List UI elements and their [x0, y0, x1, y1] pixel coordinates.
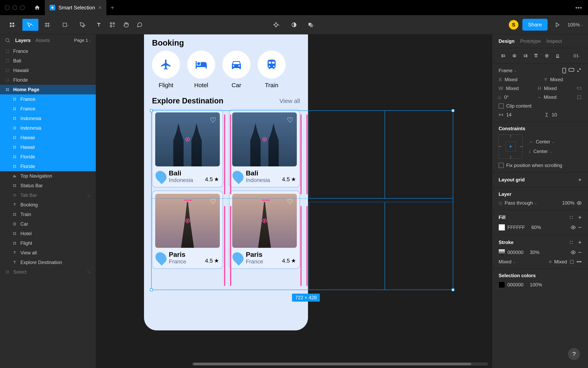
smart-spacing-handle[interactable]	[184, 200, 192, 201]
independent-corners-icon[interactable]	[577, 95, 582, 100]
layer-item[interactable]: Select	[0, 267, 96, 277]
frame-type[interactable]: Frame	[499, 68, 512, 74]
smart-spacing-handle[interactable]	[224, 114, 225, 194]
stroke-opacity[interactable]: 30%	[530, 250, 539, 255]
selcolor-swatch[interactable]	[499, 282, 505, 288]
layer-item[interactable]: Hawaii	[0, 133, 96, 142]
layer-item[interactable]: Top Navigation	[0, 171, 96, 181]
layers-tab[interactable]: Layers	[15, 37, 31, 43]
distribute-icon[interactable]: ⌄	[572, 52, 582, 59]
remove-fill-icon[interactable]: −	[578, 224, 582, 231]
frame-tool-button[interactable]: ⌄	[40, 19, 56, 31]
h-constraint[interactable]: Center	[536, 139, 550, 145]
stroke-style-icon[interactable]	[569, 240, 573, 244]
align-vcenter-icon[interactable]	[542, 52, 552, 59]
design-tab[interactable]: Design	[499, 38, 514, 44]
height-input[interactable]: Mixed	[544, 86, 557, 91]
fill-opacity[interactable]: 60%	[531, 225, 541, 230]
layer-item[interactable]: Car	[0, 219, 96, 229]
main-menu-button[interactable]: ⌄	[5, 19, 21, 31]
link-dimensions-icon[interactable]	[577, 86, 582, 91]
layer-opacity[interactable]: 100%	[562, 200, 574, 206]
x-input[interactable]: Mixed	[505, 77, 517, 83]
align-top-icon[interactable]	[531, 52, 541, 59]
add-fill-icon[interactable]: +	[578, 214, 582, 221]
align-left-icon[interactable]	[499, 52, 509, 59]
layer-item[interactable]: Hawaii	[0, 142, 96, 152]
booking-category[interactable]: Car	[222, 51, 250, 89]
view-all-link[interactable]: View all	[279, 98, 300, 104]
layer-item[interactable]: Hawaiii	[0, 66, 96, 75]
help-button[interactable]: ?	[568, 348, 580, 360]
present-button[interactable]	[551, 19, 564, 31]
shape-tool-button[interactable]: ⌄	[58, 19, 74, 31]
stroke-more-icon[interactable]: •••	[577, 259, 582, 265]
orientation-landscape-icon[interactable]	[568, 68, 574, 72]
clip-content-checkbox[interactable]	[499, 103, 504, 109]
layer-item[interactable]: France	[0, 46, 96, 56]
orientation-portrait-icon[interactable]	[562, 68, 566, 74]
user-avatar[interactable]: S	[509, 20, 518, 30]
smart-spacing-handle[interactable]	[306, 114, 308, 194]
text-tool-button[interactable]	[93, 19, 105, 31]
stroke-position[interactable]: Mixed	[499, 259, 511, 265]
boolean-button[interactable]: ⌄	[303, 19, 319, 31]
page-selector[interactable]: Page 1 ⌄	[74, 38, 91, 43]
width-input[interactable]: Mixed	[506, 86, 519, 91]
hand-tool-button[interactable]	[120, 19, 132, 31]
smart-spacing-handle[interactable]	[262, 200, 270, 201]
layer-item[interactable]: Home Page	[0, 85, 96, 94]
inspect-tab[interactable]: Inspect	[546, 38, 562, 44]
minimize-window-icon[interactable]	[12, 5, 17, 10]
share-button[interactable]: Share	[522, 19, 547, 31]
smart-spacing-handle[interactable]	[300, 114, 302, 194]
constraints-widget[interactable]: +	[499, 135, 523, 159]
layer-item[interactable]: Explore Destination	[0, 258, 96, 267]
layer-hidden-icon[interactable]	[87, 270, 91, 274]
window-menu-icon[interactable]: •••	[569, 4, 588, 11]
canvas-scrollbar[interactable]	[192, 362, 488, 366]
layer-item[interactable]: Indonesia	[0, 114, 96, 123]
add-layout-grid-icon[interactable]: +	[578, 176, 582, 183]
booking-category[interactable]: Train	[257, 51, 285, 89]
components-button[interactable]: ⌄	[269, 19, 285, 31]
layer-item[interactable]: Flight	[0, 239, 96, 248]
booking-category[interactable]: Flight	[152, 51, 180, 89]
fill-swatch[interactable]	[499, 224, 505, 230]
layer-item[interactable]: Bali	[0, 56, 96, 66]
layer-item[interactable]: Floride	[0, 162, 96, 171]
prototype-tab[interactable]: Prototype	[520, 38, 541, 44]
file-tab[interactable]: Smart Selection ×	[45, 0, 106, 15]
layer-item[interactable]: Indonesia	[0, 123, 96, 133]
layer-item[interactable]: France	[0, 94, 96, 104]
vspacing-input[interactable]: 10	[552, 112, 557, 118]
align-right-icon[interactable]	[520, 52, 530, 59]
comment-tool-button[interactable]	[134, 19, 146, 31]
visibility-icon[interactable]	[577, 201, 582, 205]
maximize-window-icon[interactable]	[20, 5, 25, 10]
hspacing-input[interactable]: 14	[506, 112, 512, 118]
home-button[interactable]	[30, 0, 45, 15]
layer-item[interactable]: Floride	[0, 152, 96, 162]
new-tab-button[interactable]: +	[106, 0, 118, 15]
canvas[interactable]: Booking FlightHotelCarTrain Explore Dest…	[96, 34, 492, 368]
blend-mode[interactable]: Pass through	[505, 200, 533, 206]
radius-input[interactable]: Mixed	[544, 94, 557, 100]
layer-item[interactable]: View all	[0, 248, 96, 258]
remove-stroke-icon[interactable]: −	[578, 249, 582, 256]
resize-to-fit-icon[interactable]	[576, 68, 582, 73]
v-constraint[interactable]: Center	[533, 149, 548, 154]
smart-spacing-handle[interactable]	[224, 206, 225, 286]
fix-scroll-checkbox[interactable]	[499, 163, 504, 168]
fill-style-icon[interactable]	[569, 215, 573, 219]
booking-category[interactable]: Hotel	[187, 51, 215, 89]
selcolor-hex[interactable]: 000000	[507, 282, 524, 288]
align-hcenter-icon[interactable]	[509, 52, 519, 59]
fill-hex[interactable]: FFFFFF	[507, 225, 525, 230]
layer-item[interactable]: Train	[0, 210, 96, 219]
layer-item[interactable]: Floride	[0, 75, 96, 85]
zoom-control[interactable]: 105% ⌄	[568, 22, 583, 28]
y-input[interactable]: Mixed	[550, 77, 563, 83]
close-window-icon[interactable]	[5, 5, 9, 10]
move-tool-button[interactable]: ⌄	[22, 19, 38, 31]
